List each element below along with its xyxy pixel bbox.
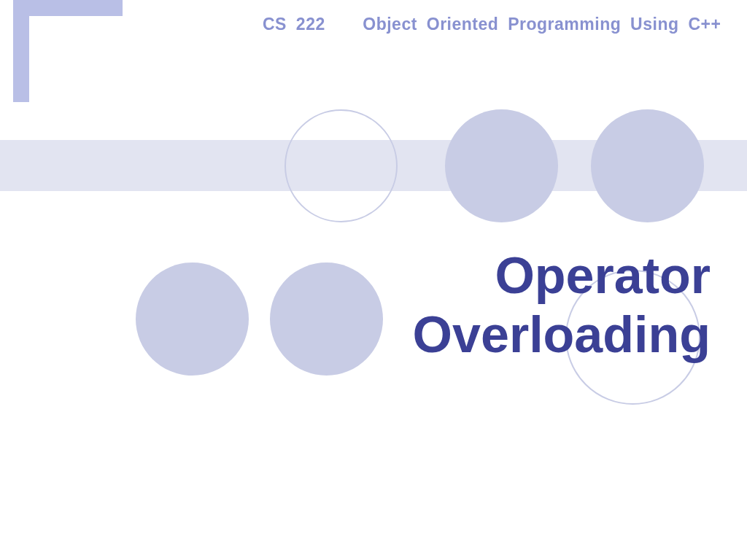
slide-title: Operator Overloading: [413, 246, 711, 364]
course-header: CS 222 Object Oriented Programming Using…: [263, 15, 721, 34]
title-line-1: Operator: [413, 246, 711, 306]
decorative-circle-filled-bottom-2: [270, 262, 383, 376]
decorative-circle-filled-top-2: [591, 109, 704, 222]
corner-horizontal-bar: [13, 0, 123, 16]
title-line-2: Overloading: [413, 306, 711, 365]
decorative-circle-filled-top-1: [445, 109, 558, 222]
decorative-circle-filled-bottom-1: [136, 262, 249, 376]
course-code: CS 222: [263, 15, 325, 34]
course-name: Object Oriented Programming Using C++: [363, 15, 721, 34]
decorative-circle-outline-top: [285, 109, 398, 222]
